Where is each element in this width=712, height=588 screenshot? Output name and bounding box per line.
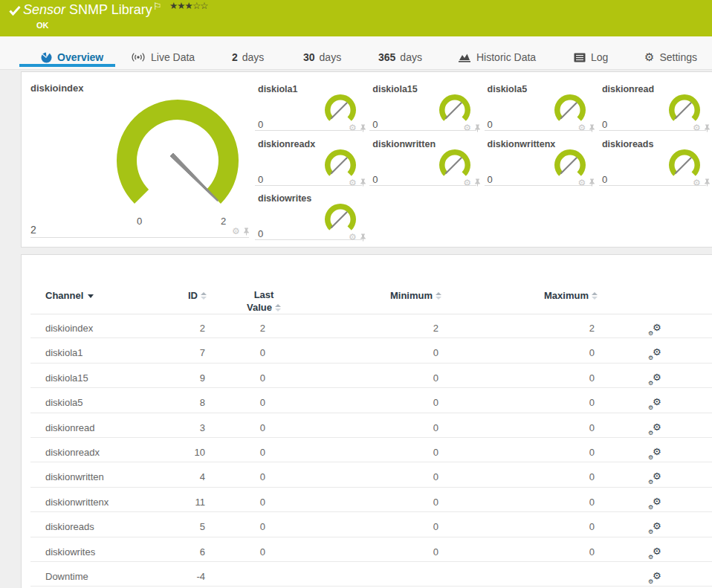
channel-minimum: 0 xyxy=(319,440,438,465)
channel-minimum: 0 xyxy=(319,465,438,489)
gauge-gear-icon[interactable]: ⚙ xyxy=(349,178,357,187)
channel-id: 8 xyxy=(120,390,205,415)
channel-settings-gears-icon[interactable]: ⚙⚙ xyxy=(648,390,667,415)
column-header-minimum[interactable]: Minimum xyxy=(319,290,441,301)
channel-last-value: 2 xyxy=(216,316,265,340)
gauge-pin-icon[interactable] xyxy=(243,227,250,236)
channel-settings-gears-icon[interactable]: ⚙⚙ xyxy=(648,564,667,588)
channel-settings-gears-icon[interactable]: ⚙⚙ xyxy=(648,514,667,539)
channel-name-link[interactable]: diskioreads xyxy=(45,514,94,539)
channel-last-value: 0 xyxy=(216,390,265,415)
log-icon xyxy=(574,53,586,62)
channel-name-link[interactable]: diskionwritten xyxy=(45,465,104,489)
live-data-icon xyxy=(131,52,146,62)
channel-settings-gears-icon[interactable]: ⚙⚙ xyxy=(648,440,667,465)
channel-name-link[interactable]: diskionwrittenx xyxy=(45,490,109,514)
gauge-gear-icon[interactable]: ⚙ xyxy=(578,178,586,187)
small-gauge-cell: diskionwrittenx 0 ⚙ xyxy=(485,139,592,189)
channel-minimum: 0 xyxy=(319,490,438,514)
column-header-last-value[interactable]: LastValue xyxy=(223,288,305,314)
channel-name-link[interactable]: diskioindex xyxy=(45,316,93,340)
channel-name-link[interactable]: diskiola1 xyxy=(45,340,83,365)
small-gauge-title: diskiola5 xyxy=(488,84,528,94)
channel-settings-gears-icon[interactable]: ⚙⚙ xyxy=(648,465,667,489)
gauges-panel: diskioindex 0 2 2 ⚙ diskiola1 0 ⚙ diskio… xyxy=(21,71,712,248)
flag-icon[interactable]: ⚐ xyxy=(153,1,162,12)
table-row: diskiowrites 6 0 0 0 ⚙⚙ xyxy=(30,537,712,562)
channel-last-value: 0 xyxy=(216,440,265,465)
small-gauge-actions: ⚙ xyxy=(463,178,481,187)
gauge-gear-icon[interactable]: ⚙ xyxy=(693,123,701,132)
small-gauge-actions: ⚙ xyxy=(578,123,596,132)
channel-minimum: 2 xyxy=(319,316,438,340)
tab-2-days[interactable]: 2 days xyxy=(232,46,264,68)
gauge-divider xyxy=(369,185,476,186)
channel-settings-gears-icon[interactable]: ⚙⚙ xyxy=(648,540,667,564)
priority-stars[interactable]: ★★★☆☆ xyxy=(169,0,208,11)
small-gauge-actions: ⚙ xyxy=(578,178,596,187)
tab-365-days[interactable]: 365 days xyxy=(378,46,422,68)
small-gauge-value: 0 xyxy=(258,119,263,130)
channel-minimum: 0 xyxy=(319,540,438,564)
channel-id: 4 xyxy=(120,465,205,489)
tab-settings[interactable]: ⚙ Settings xyxy=(644,46,697,68)
channel-maximum: 2 xyxy=(497,316,595,340)
channel-id: 6 xyxy=(120,540,205,564)
gauge-gear-icon[interactable]: ⚙ xyxy=(463,123,471,132)
tab-30-days[interactable]: 30 days xyxy=(303,46,341,68)
channel-maximum: 0 xyxy=(497,540,595,564)
table-row: diskionwritten 4 0 0 0 ⚙⚙ xyxy=(30,462,712,487)
column-header-id[interactable]: ID xyxy=(111,290,207,301)
channel-settings-gears-icon[interactable]: ⚙⚙ xyxy=(648,490,667,514)
small-gauge-cell: diskiola1 0 ⚙ xyxy=(255,84,362,134)
channel-maximum: 0 xyxy=(497,440,595,465)
gauge-gear-icon[interactable]: ⚙ xyxy=(349,233,357,242)
small-gauge-cell: diskionwritten 0 ⚙ xyxy=(369,139,476,189)
channel-settings-gears-icon[interactable]: ⚙⚙ xyxy=(648,316,667,340)
channel-name-link[interactable]: diskionread xyxy=(45,416,95,440)
table-row: diskioindex 2 2 2 2 ⚙⚙ xyxy=(30,314,712,338)
channel-minimum: 0 xyxy=(319,340,438,365)
status-badge: OK xyxy=(36,21,49,30)
channel-last-value: 0 xyxy=(216,540,265,564)
gauge-gear-icon[interactable]: ⚙ xyxy=(232,227,240,236)
channel-minimum: 0 xyxy=(319,514,438,539)
gauge-gear-icon[interactable]: ⚙ xyxy=(578,123,586,132)
channel-settings-gears-icon[interactable]: ⚙⚙ xyxy=(648,366,667,390)
historic-data-icon xyxy=(459,52,471,62)
gauge-divider xyxy=(255,130,362,131)
tab-log[interactable]: Log xyxy=(574,46,608,68)
main-gauge-actions: ⚙ xyxy=(232,227,250,236)
channels-table-panel: Channel ID LastValue Minimum Maximum dis… xyxy=(21,254,712,588)
gauge-divider xyxy=(255,239,362,240)
channel-id: 10 xyxy=(120,440,205,465)
gauge-gear-icon[interactable]: ⚙ xyxy=(693,178,701,187)
small-gauge-cell: diskiowrites 0 ⚙ xyxy=(255,193,362,243)
title-prefix: Sensor xyxy=(23,2,65,17)
tab-historic-data[interactable]: Historic Data xyxy=(459,46,536,68)
gauge-gear-icon[interactable]: ⚙ xyxy=(349,123,357,132)
channel-name-link[interactable]: diskiowrites xyxy=(45,540,95,564)
channel-id: 5 xyxy=(120,514,205,539)
tab-live-data[interactable]: Live Data xyxy=(131,46,195,68)
channel-name-link[interactable]: diskiola5 xyxy=(45,390,83,415)
table-row: Downtime -4 ⚙⚙ xyxy=(30,562,712,587)
gauge-divider xyxy=(255,185,362,186)
small-gauge-title: diskiola1 xyxy=(258,84,298,94)
small-gauge-actions: ⚙ xyxy=(349,178,366,187)
column-header-channel[interactable]: Channel xyxy=(45,290,94,301)
small-gauge-actions: ⚙ xyxy=(693,123,711,132)
channel-name-link[interactable]: diskiola15 xyxy=(45,366,88,390)
sort-caret-icon xyxy=(88,294,94,298)
main-gauge-scale-max: 2 xyxy=(221,216,226,227)
small-gauge-value: 0 xyxy=(602,174,607,185)
channel-settings-gears-icon[interactable]: ⚙⚙ xyxy=(648,416,667,440)
channel-name-link[interactable]: Downtime xyxy=(45,564,88,588)
gauge-gear-icon[interactable]: ⚙ xyxy=(463,178,471,187)
small-gauge-title: diskionwrittenx xyxy=(488,139,556,149)
channel-settings-gears-icon[interactable]: ⚙⚙ xyxy=(648,340,667,365)
small-gauge-actions: ⚙ xyxy=(463,123,481,132)
column-header-maximum[interactable]: Maximum xyxy=(475,290,598,301)
channel-name-link[interactable]: diskionreadx xyxy=(45,440,100,465)
gear-icon: ⚙ xyxy=(644,51,654,64)
